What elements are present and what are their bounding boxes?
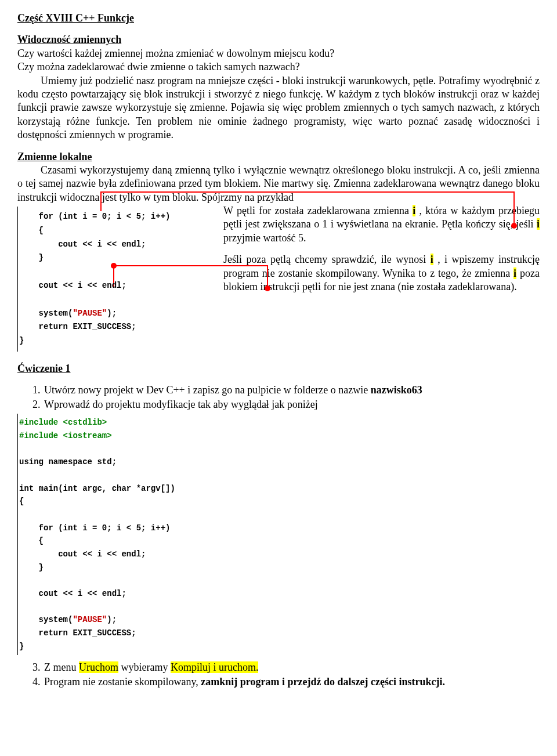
diagram-line — [267, 265, 268, 287]
list-item: Program nie zostanie skompilowany, zamkn… — [43, 675, 540, 689]
exercise-title: Ćwiczenie 1 — [17, 362, 540, 375]
intro-q1: Czy wartości każdej zmiennej można zmien… — [17, 48, 334, 59]
page-title: Część XVIII C++ Funkcje — [17, 12, 540, 25]
diagram-line — [513, 191, 515, 224]
intro-block: Widoczność zmiennych Czy wartości każdej… — [17, 33, 540, 74]
list-item: Z menu Uruchom wybieramy Kompiluj i uruc… — [43, 661, 540, 674]
local-block: Zmienne lokalne Czasami wykorzystujemy d… — [17, 150, 540, 205]
diagram-line — [100, 191, 515, 193]
intro-q2: Czy można zadeklarować dwie zmienne o ta… — [17, 61, 300, 73]
list-item: Wprowadź do projektu modyfikacje tak aby… — [43, 398, 540, 411]
code-snippet-1: for (int i = 0; i < 5; i++) { cout << i … — [17, 207, 212, 352]
local-heading: Zmienne lokalne — [17, 151, 92, 162]
exercise-list-top: Utwórz nowy projekt w Dev C++ i zapisz g… — [17, 384, 540, 411]
explanation-text: W pętli for została zadeklarowana zmienn… — [223, 204, 540, 352]
intro-heading: Widoczność zmiennych — [17, 34, 121, 45]
exercise-list-bottom: Z menu Uruchom wybieramy Kompiluj i uruc… — [17, 661, 540, 689]
intro-body: Umiemy już podzielić nasz program na mni… — [17, 74, 540, 142]
list-item: Utwórz nowy projekt w Dev C++ i zapisz g… — [43, 384, 540, 397]
code-snippet-2: #include <cstdlib> #include <iostream> u… — [17, 414, 540, 655]
local-body: Czasami wykorzystujemy daną zmienną tylk… — [17, 164, 540, 203]
